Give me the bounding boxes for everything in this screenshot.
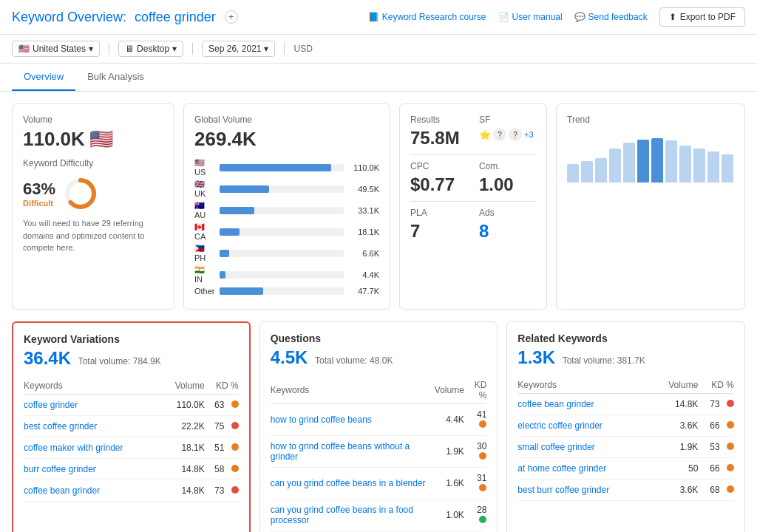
kd-section: 63% Difficult [23, 176, 163, 211]
keyword-link[interactable]: coffee grinder [24, 400, 78, 410]
kd-dot [231, 422, 239, 429]
kv-count-row: 36.4K Total volume: 784.9K [24, 348, 239, 369]
keyword-link[interactable]: how to grind coffee beans [271, 415, 372, 425]
add-keyword-icon[interactable]: + [225, 10, 238, 24]
kd-difficulty-label: Difficult [23, 199, 55, 208]
kd-label: Keyword Difficulty [23, 158, 163, 168]
table-row: coffee grinder 110.0K 63 [24, 395, 239, 416]
volume-cell: 3.6K [654, 480, 699, 501]
bar-fill [220, 228, 240, 236]
keyword-link[interactable]: at home coffee grinder [517, 463, 606, 474]
volume-cell: 14.8K [163, 480, 205, 502]
volume-label: Volume [23, 115, 163, 125]
pla-label: PLA [410, 208, 467, 218]
currency-label: USD [293, 44, 312, 54]
tab-bulk-analysis[interactable]: Bulk Analysis [75, 64, 156, 91]
ads-label: Ads [479, 208, 536, 218]
keyword-cell: coffee bean grinder [517, 394, 654, 415]
country-bar-row: 🇦🇺 AU 33.1K [194, 201, 379, 219]
keyword-link[interactable]: coffee bean grinder [517, 399, 594, 409]
sf-more[interactable]: +3 [524, 130, 534, 139]
q-count-row: 4.5K Total volume: 48.0K [271, 347, 487, 368]
kd-dot [479, 452, 486, 460]
bar-value: 33.1K [348, 206, 379, 215]
kd-percent: 63% [23, 180, 55, 198]
country-bar-row: 🇺🇸 US 110.0K [194, 158, 379, 177]
bar-wrapper [220, 207, 344, 214]
keyword-link[interactable]: burr coffee grinder [24, 464, 96, 474]
us-flag: 🇺🇸 [89, 128, 113, 151]
rk-header: Related Keywords 1.3K Total volume: 381.… [517, 332, 734, 368]
trend-bar-item [623, 143, 635, 183]
keyword-link[interactable]: small coffee grinder [517, 442, 595, 452]
bar-fill [220, 207, 254, 214]
date-filter[interactable]: Sep 26, 2021 ▾ [202, 41, 275, 57]
keyword-link[interactable]: can you grind coffee beans in a food pro… [271, 505, 413, 525]
table-row: how to grind coffee beans without a grin… [271, 436, 487, 468]
bar-value: 110.0K [348, 163, 379, 172]
q-col-kd: KD % [464, 377, 486, 404]
table-row: best coffee grinder 22.2K 75 [24, 416, 239, 437]
bar-fill [220, 164, 331, 171]
global-volume-label: Global Volume [194, 115, 379, 125]
kd-cell: 73 [698, 394, 734, 415]
results-value: 75.8M [410, 128, 467, 149]
table-row: at home coffee grinder 50 66 [517, 458, 734, 480]
location-filter[interactable]: 🇺🇸 United States ▾ [12, 41, 100, 57]
metrics-row: Volume 110.0K 🇺🇸 Keyword Difficulty 63% … [12, 103, 745, 310]
cpc-divider [410, 201, 536, 202]
keyword-link[interactable]: electric coffee grinder [517, 420, 602, 431]
bar-wrapper [220, 250, 344, 257]
trend-bar-item [707, 151, 719, 183]
sf-question-2: ? [509, 128, 522, 141]
pla-value: 7 [410, 221, 467, 242]
volume-value: 110.0K [23, 128, 85, 151]
trend-bar-item [722, 154, 733, 183]
kd-cell: 73 [205, 480, 239, 502]
device-filter[interactable]: 🖥 Desktop ▾ [118, 41, 183, 57]
country-bar-row: 🇵🇭 PH 6.6K [194, 244, 379, 262]
export-pdf-button[interactable]: ⬆ Export to PDF [659, 7, 745, 27]
user-manual-link[interactable]: 📄 User manual [498, 12, 563, 22]
rk-col-volume: Volume [654, 377, 699, 394]
keyword-link[interactable]: best burr coffee grinder [517, 485, 609, 495]
toolbar-divider-3 [284, 43, 285, 55]
country-bar-row: 🇬🇧 UK 49.5K [194, 180, 379, 198]
results-grid: Results 75.8M SF ⭐ ? ? +3 CPC $0.77 [410, 115, 536, 242]
keyword-cell: can you grind coffee beans in a blender [271, 468, 435, 499]
kd-dot [479, 484, 486, 491]
keyword-link[interactable]: can you grind coffee beans in a blender [271, 478, 426, 488]
keyword-link[interactable]: how to grind coffee beans without a grin… [271, 441, 410, 462]
trend-bar-item [651, 138, 663, 183]
kd-cell: 41 [464, 404, 486, 436]
main-tabs: Overview Bulk Analysis [0, 64, 757, 92]
kd-cell: 28 [464, 499, 486, 531]
tab-overview[interactable]: Overview [12, 64, 75, 91]
kd-dot [231, 400, 239, 408]
country-flag: 🇵🇭 PH [194, 244, 215, 262]
sf-label: SF [479, 115, 536, 125]
bar-value: 4.4K [348, 270, 379, 279]
keyword-link[interactable]: coffee bean grinder [24, 485, 100, 496]
sf-question-1: ? [493, 128, 506, 141]
kd-dot [231, 443, 239, 451]
trend-bar-item [567, 164, 579, 183]
keyword-link[interactable]: best coffee grinder [24, 421, 97, 432]
kd-cell: 63 [205, 395, 239, 416]
bar-wrapper [220, 185, 344, 193]
volume-cell: 1.6K [435, 468, 464, 499]
keyword-cell: coffee maker with grinder [24, 437, 163, 459]
country-flag: Other [194, 287, 215, 296]
trend-bar-item [665, 140, 677, 183]
bar-wrapper [220, 271, 344, 279]
volume-value-row: 110.0K 🇺🇸 [23, 128, 163, 151]
keyword-research-link[interactable]: 📘 Keyword Research course [368, 12, 486, 22]
keyword-link[interactable]: coffee maker with grinder [24, 443, 123, 453]
bar-wrapper [220, 164, 344, 171]
kd-cell: 58 [205, 459, 239, 480]
keyword-cell: at home coffee grinder [517, 458, 654, 480]
volume-cell: 110.0K [163, 395, 205, 416]
country-flag: 🇺🇸 US [194, 158, 215, 177]
cpc-item: CPC $0.77 [410, 161, 467, 195]
send-feedback-link[interactable]: 💬 Send feedback [574, 12, 648, 22]
